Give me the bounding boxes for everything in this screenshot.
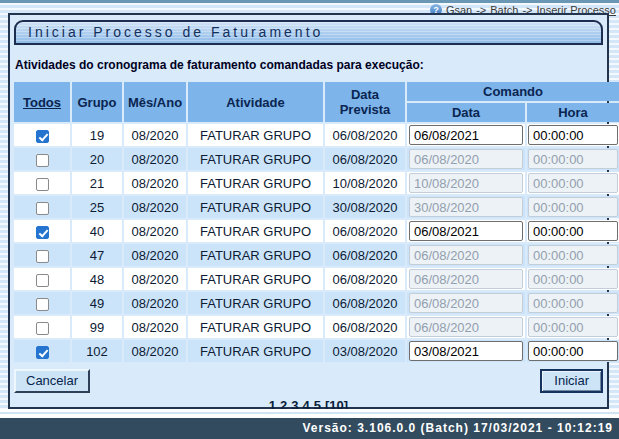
comando-data-input[interactable] <box>409 173 523 193</box>
column-header-grupo: Grupo <box>72 82 122 122</box>
row-checkbox[interactable] <box>36 274 49 287</box>
data-prevista-cell: 06/08/2020 <box>325 268 405 290</box>
comando-hora-input[interactable] <box>528 341 618 361</box>
todos-cell <box>14 292 70 314</box>
mes-ano-cell: 08/2020 <box>124 268 186 290</box>
data-prevista-cell: 03/08/2020 <box>325 340 405 362</box>
mes-ano-cell: 08/2020 <box>124 196 186 218</box>
atividade-cell: FATURAR GRUPO <box>188 340 323 362</box>
schedule-table-body: 19 08/2020 FATURAR GRUPO 06/08/2020 20 0… <box>14 124 619 362</box>
row-checkbox[interactable] <box>36 202 49 215</box>
grupo-cell: 102 <box>72 340 122 362</box>
start-button[interactable]: Iniciar <box>540 369 603 393</box>
todos-cell <box>14 124 70 146</box>
comando-data-input[interactable] <box>409 269 523 289</box>
table-row: 49 08/2020 FATURAR GRUPO 06/08/2020 <box>14 292 619 314</box>
row-checkbox[interactable] <box>36 322 49 335</box>
comando-hora-cell <box>527 124 619 146</box>
comando-data-input[interactable] <box>409 197 523 217</box>
comando-data-input[interactable] <box>409 149 523 169</box>
row-checkbox[interactable] <box>36 298 49 311</box>
grupo-cell: 20 <box>72 148 122 170</box>
data-prevista-cell: 30/08/2020 <box>325 196 405 218</box>
atividade-cell: FATURAR GRUPO <box>188 196 323 218</box>
data-prevista-cell: 10/08/2020 <box>325 172 405 194</box>
row-checkbox[interactable] <box>36 178 49 191</box>
table-row: 99 08/2020 FATURAR GRUPO 06/08/2020 <box>14 316 619 338</box>
atividade-cell: FATURAR GRUPO <box>188 124 323 146</box>
comando-hora-input[interactable] <box>528 173 618 193</box>
comando-hora-cell <box>527 268 619 290</box>
comando-hora-cell <box>527 148 619 170</box>
todos-cell <box>14 316 70 338</box>
table-row: 21 08/2020 FATURAR GRUPO 10/08/2020 <box>14 172 619 194</box>
comando-data-input[interactable] <box>409 341 523 361</box>
comando-hora-input[interactable] <box>528 125 618 145</box>
comando-data-input[interactable] <box>409 293 523 313</box>
row-checkbox[interactable] <box>36 250 49 263</box>
comando-data-input[interactable] <box>409 221 523 241</box>
comando-hora-input[interactable] <box>528 269 618 289</box>
row-checkbox[interactable] <box>36 226 49 239</box>
comando-data-cell <box>407 196 525 218</box>
comando-data-cell <box>407 220 525 242</box>
column-header-atividade: Atividade <box>188 82 323 122</box>
comando-hora-cell <box>527 292 619 314</box>
atividade-cell: FATURAR GRUPO <box>188 220 323 242</box>
comando-hora-input[interactable] <box>528 149 618 169</box>
main-panel: Iniciar Processo de Faturamento Atividad… <box>8 13 609 409</box>
todos-cell <box>14 220 70 242</box>
mes-ano-cell: 08/2020 <box>124 220 186 242</box>
row-checkbox[interactable] <box>36 154 49 167</box>
todos-cell <box>14 148 70 170</box>
select-all-link[interactable]: Todos <box>23 95 61 110</box>
comando-data-input[interactable] <box>409 245 523 265</box>
comando-hora-input[interactable] <box>528 197 618 217</box>
table-row: 40 08/2020 FATURAR GRUPO 06/08/2020 <box>14 220 619 242</box>
grupo-cell: 48 <box>72 268 122 290</box>
data-prevista-cell: 06/08/2020 <box>325 124 405 146</box>
comando-data-input[interactable] <box>409 317 523 337</box>
cancel-button[interactable]: Cancelar <box>14 369 90 393</box>
comando-hora-input[interactable] <box>528 221 618 241</box>
atividade-cell: FATURAR GRUPO <box>188 244 323 266</box>
todos-cell <box>14 340 70 362</box>
comando-hora-cell <box>527 220 619 242</box>
row-checkbox[interactable] <box>36 346 49 359</box>
atividade-cell: FATURAR GRUPO <box>188 268 323 290</box>
data-prevista-cell: 06/08/2020 <box>325 316 405 338</box>
page-title: Iniciar Processo de Faturamento <box>14 20 603 45</box>
buttons-row: Cancelar Iniciar <box>14 369 603 393</box>
comando-hora-input[interactable] <box>528 317 618 337</box>
comando-data-input[interactable] <box>409 125 523 145</box>
table-row: 20 08/2020 FATURAR GRUPO 06/08/2020 <box>14 148 619 170</box>
comando-hora-cell <box>527 244 619 266</box>
atividade-cell: FATURAR GRUPO <box>188 292 323 314</box>
mes-ano-cell: 08/2020 <box>124 244 186 266</box>
grupo-cell: 19 <box>72 124 122 146</box>
grupo-cell: 99 <box>72 316 122 338</box>
table-row: 102 08/2020 FATURAR GRUPO 03/08/2020 <box>14 340 619 362</box>
todos-cell <box>14 268 70 290</box>
row-checkbox[interactable] <box>36 130 49 143</box>
page-subtitle: Atividades do cronograma de faturamento … <box>15 58 607 72</box>
todos-cell <box>14 172 70 194</box>
comando-data-cell <box>407 124 525 146</box>
data-prevista-cell: 06/08/2020 <box>325 148 405 170</box>
comando-data-cell <box>407 292 525 314</box>
mes-ano-cell: 08/2020 <box>124 292 186 314</box>
comando-hora-input[interactable] <box>528 293 618 313</box>
atividade-cell: FATURAR GRUPO <box>188 148 323 170</box>
comando-hora-cell <box>527 340 619 362</box>
comando-hora-cell <box>527 172 619 194</box>
comando-hora-cell <box>527 196 619 218</box>
comando-hora-input[interactable] <box>528 245 618 265</box>
mes-ano-cell: 08/2020 <box>124 340 186 362</box>
footer-version-bar: Versão: 3.106.0.0 (Batch) 17/03/2021 - 1… <box>0 418 619 439</box>
column-header-todos: Todos <box>14 82 70 122</box>
grupo-cell: 47 <box>72 244 122 266</box>
comando-data-cell <box>407 268 525 290</box>
column-header-comando-hora: Hora <box>527 103 619 122</box>
schedule-table: Todos Grupo Mês/Ano Atividade Data Previ… <box>12 80 619 364</box>
grupo-cell: 25 <box>72 196 122 218</box>
